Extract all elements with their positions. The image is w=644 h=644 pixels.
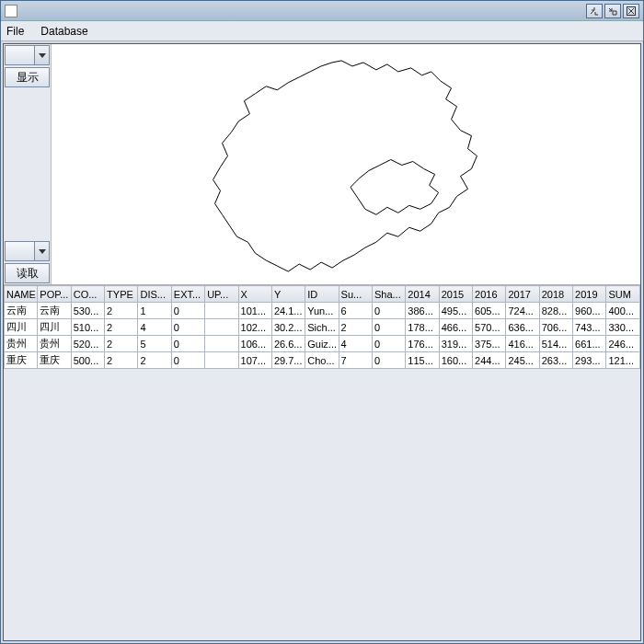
menu-file[interactable]: File — [6, 25, 24, 38]
table-cell: 330... — [606, 319, 640, 336]
table-cell: 636... — [506, 319, 539, 336]
table-row[interactable]: 贵州贵州520...250106...26.6...Guiz...40176..… — [5, 336, 640, 352]
table-cell — [205, 336, 238, 352]
table-cell: 530... — [71, 303, 104, 319]
table-cell: 1 — [138, 303, 171, 319]
table-cell: 244... — [473, 352, 506, 369]
table-cell: 重庆 — [38, 352, 71, 369]
table-cell: 121... — [606, 352, 640, 369]
table-cell: 4 — [138, 319, 171, 336]
table-cell: Guiz... — [305, 336, 339, 352]
table-cell: 960... — [573, 303, 606, 319]
close-button[interactable] — [623, 4, 639, 18]
table-cell: 2 — [339, 319, 372, 336]
table-header-cell[interactable]: DIS... — [138, 286, 171, 303]
table-cell: 375... — [473, 336, 506, 352]
table-cell: 101... — [238, 303, 271, 319]
table-header-cell[interactable]: POP... — [38, 286, 71, 303]
table-header-cell[interactable]: ID — [305, 286, 339, 303]
table-header-cell[interactable]: UP... — [205, 286, 238, 303]
minimize-button[interactable] — [586, 4, 603, 18]
table-cell: 5 — [138, 336, 171, 352]
table-cell: 2 — [105, 303, 138, 319]
table-cell: 2 — [105, 336, 138, 352]
table-header-cell[interactable]: Su... — [339, 286, 372, 303]
menubar: File Database — [1, 21, 643, 41]
maximize-button[interactable] — [604, 4, 621, 18]
map-pane — [52, 44, 640, 284]
table-cell: 2 — [105, 319, 138, 336]
table-cell: 570... — [473, 319, 506, 336]
table-header-cell[interactable]: CO... — [71, 286, 104, 303]
table-cell: 0 — [171, 303, 204, 319]
table-cell: 四川 — [38, 319, 71, 336]
table-cell: 514... — [539, 336, 572, 352]
table-cell: 重庆 — [5, 352, 38, 369]
table-body: 云南云南530...210101...24.1...Yun...60386...… — [5, 303, 640, 369]
table-header-cell[interactable]: EXT... — [171, 286, 204, 303]
chevron-down-icon — [34, 242, 49, 260]
table-cell: 0 — [171, 336, 204, 352]
table-cell: 400... — [606, 303, 640, 319]
table-cell: 724... — [506, 303, 539, 319]
table-header-cell[interactable]: 2017 — [506, 286, 539, 303]
table-header-cell[interactable]: Y — [271, 286, 305, 303]
table-cell: 510... — [71, 319, 104, 336]
table-header-cell[interactable]: NAME — [5, 286, 38, 303]
app-icon — [5, 5, 17, 17]
table-header-cell[interactable]: 2016 — [473, 286, 506, 303]
combo-bottom[interactable] — [5, 241, 50, 261]
table-cell: 26.6... — [271, 336, 305, 352]
table-cell: Sich... — [305, 319, 339, 336]
menu-database[interactable]: Database — [40, 25, 87, 38]
table-cell: 246... — [606, 336, 640, 352]
table-row[interactable]: 重庆重庆500...220107...29.7...Cho...70115...… — [5, 352, 640, 369]
table-cell: 四川 — [5, 319, 38, 336]
table-cell: 2 — [138, 352, 171, 369]
table-cell: 0 — [171, 352, 204, 369]
table-header-cell[interactable]: SUM — [606, 286, 640, 303]
table-row[interactable]: 四川四川510...240102...30.2...Sich...20178..… — [5, 319, 640, 336]
map-inner-region — [351, 160, 439, 215]
table-header-cell[interactable]: 2018 — [539, 286, 572, 303]
table-header-cell[interactable]: Sha... — [372, 286, 405, 303]
table-cell: 贵州 — [38, 336, 71, 352]
table-header-cell[interactable]: TYPE — [105, 286, 138, 303]
table-cell — [205, 319, 238, 336]
table-cell: 106... — [238, 336, 271, 352]
combo-top[interactable] — [5, 45, 50, 65]
titlebar — [1, 1, 643, 21]
table-header-cell[interactable]: 2019 — [573, 286, 606, 303]
table-cell: 495... — [439, 303, 472, 319]
table-cell: 4 — [339, 336, 372, 352]
read-button[interactable]: 读取 — [5, 263, 50, 283]
table-cell: Yun... — [305, 303, 339, 319]
table-cell: 107... — [238, 352, 271, 369]
table-cell: 0 — [372, 303, 405, 319]
table-cell: 828... — [539, 303, 572, 319]
table-cell: 102... — [238, 319, 271, 336]
table-cell: 2 — [105, 352, 138, 369]
table-header-cell[interactable]: 2014 — [406, 286, 439, 303]
table-cell: 24.1... — [271, 303, 305, 319]
table-cell: 245... — [506, 352, 539, 369]
table-header-row: NAMEPOP...CO...TYPEDIS...EXT...UP...XYID… — [5, 286, 640, 303]
top-area: 显示 读取 — [4, 44, 640, 285]
show-button[interactable]: 显示 — [5, 67, 50, 87]
table-cell: 520... — [71, 336, 104, 352]
table-cell: 293... — [573, 352, 606, 369]
table-cell: Cho... — [305, 352, 339, 369]
table-cell: 263... — [539, 352, 572, 369]
table-cell: 7 — [339, 352, 372, 369]
map-svg — [52, 44, 640, 284]
table-cell: 466... — [439, 319, 472, 336]
table-cell: 661... — [573, 336, 606, 352]
table-header-cell[interactable]: 2015 — [439, 286, 472, 303]
table-header-cell[interactable]: X — [238, 286, 271, 303]
table-cell: 0 — [171, 319, 204, 336]
table-cell: 706... — [539, 319, 572, 336]
table-cell: 176... — [406, 336, 439, 352]
table-cell: 贵州 — [5, 336, 38, 352]
table-row[interactable]: 云南云南530...210101...24.1...Yun...60386...… — [5, 303, 640, 319]
table-cell: 0 — [372, 319, 405, 336]
